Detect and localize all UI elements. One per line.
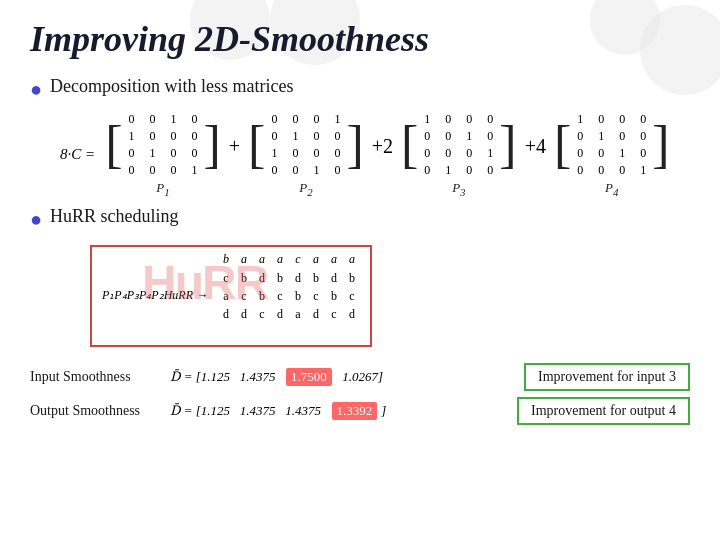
matrix-p1: [ 0010 1000 0100 0001 ] P1 bbox=[105, 111, 221, 198]
bracket-left-p1: [ bbox=[105, 119, 122, 171]
output-highlight: 1.3392 bbox=[332, 402, 378, 420]
input-improvement-box: Improvement for input 3 bbox=[524, 363, 690, 391]
input-formula-suffix: 1.0267] bbox=[336, 369, 383, 385]
op-plus4: +4 bbox=[525, 135, 546, 158]
section1: ● Decomposition with less matrices bbox=[30, 76, 690, 101]
matrix-grid-p4: 1000 0100 0010 0001 bbox=[571, 111, 652, 178]
hurr-content: P₁P₄P₃P₄P₂HuRR → baaacaaa cbdbdbdb acbcb… bbox=[102, 251, 360, 341]
hurr-grid: cbdbdbdb acbcbcbc ddcdadcd bbox=[218, 269, 360, 341]
bracket-right-p3: ] bbox=[499, 119, 516, 171]
input-smoothness-row: Input Smoothness D̄ = [1.125 1.4375 1.75… bbox=[30, 363, 690, 391]
matrix-p4: [ 1000 0100 0010 0001 ] P4 bbox=[554, 111, 670, 198]
output-formula-prefix: D̄ = [1.125 1.4375 1.4375 bbox=[170, 403, 328, 419]
input-highlight: 1.7500 bbox=[286, 368, 332, 386]
output-smoothness-row: Output Smoothness D̄ = [1.125 1.4375 1.4… bbox=[30, 397, 690, 425]
matrix-grid-p3: 1000 0010 0001 0100 bbox=[418, 111, 499, 178]
bullet-2: ● bbox=[30, 208, 42, 231]
input-smoothness-formula: D̄ = [1.125 1.4375 1.7500 1.0267] bbox=[170, 368, 383, 386]
section2-text: HuRR scheduling bbox=[50, 206, 179, 227]
matrix-grid-p1: 0010 1000 0100 0001 bbox=[122, 111, 203, 178]
op-plus2: +2 bbox=[372, 135, 393, 158]
hurr-right-table: baaacaaa cbdbdbdb acbcbcbc ddcdadcd bbox=[218, 251, 360, 341]
smoothness-section: Input Smoothness D̄ = [1.125 1.4375 1.75… bbox=[30, 363, 690, 425]
section1-text: Decomposition with less matrices bbox=[50, 76, 293, 97]
hurr-table: HuRR P₁P₄P₃P₄P₂HuRR → baaacaaa cbdbdbdb … bbox=[90, 245, 372, 347]
p3-label: P3 bbox=[452, 180, 465, 198]
p4-label: P4 bbox=[605, 180, 618, 198]
section2: ● HuRR scheduling bbox=[30, 206, 690, 231]
bracket-right-p1: ] bbox=[203, 119, 220, 171]
bracket-right-p4: ] bbox=[652, 119, 669, 171]
bracket-right-p2: ] bbox=[346, 119, 363, 171]
input-formula-prefix: D̄ = [1.125 1.4375 bbox=[170, 369, 282, 385]
output-improvement-text: Improvement for output 4 bbox=[531, 403, 676, 418]
input-improvement-text: Improvement for input 3 bbox=[538, 369, 676, 384]
matrix-p3: [ 1000 0010 0001 0100 ] P3 bbox=[401, 111, 517, 198]
page-title: Improving 2D-Smoothness bbox=[30, 18, 690, 60]
matrix-label: 8·C = bbox=[60, 146, 95, 163]
bracket-left-p3: [ bbox=[401, 119, 418, 171]
matrix-container: 8·C = [ 0010 1000 0100 0001 ] P1 + [ 000 bbox=[60, 111, 690, 198]
output-smoothness-formula: D̄ = [1.125 1.4375 1.4375 1.3392 ] bbox=[170, 402, 386, 420]
output-smoothness-label: Output Smoothness bbox=[30, 403, 160, 419]
input-smoothness-label: Input Smoothness bbox=[30, 369, 160, 385]
matrix-grid-p2: 0001 0100 1000 0010 bbox=[265, 111, 346, 178]
bracket-left-p4: [ bbox=[554, 119, 571, 171]
bullet-1: ● bbox=[30, 78, 42, 101]
bracket-left-p2: [ bbox=[248, 119, 265, 171]
matrix-p2: [ 0001 0100 1000 0010 ] P2 bbox=[248, 111, 364, 198]
output-formula-suffix: ] bbox=[381, 403, 386, 419]
output-improvement-box: Improvement for output 4 bbox=[517, 397, 690, 425]
hurr-left-label: P₁P₄P₃P₄P₂HuRR → bbox=[102, 288, 208, 303]
hurr-col-headers: baaacaaa bbox=[218, 251, 360, 267]
op-plus-1: + bbox=[229, 135, 240, 158]
p2-label: P2 bbox=[299, 180, 312, 198]
p1-label: P1 bbox=[156, 180, 169, 198]
